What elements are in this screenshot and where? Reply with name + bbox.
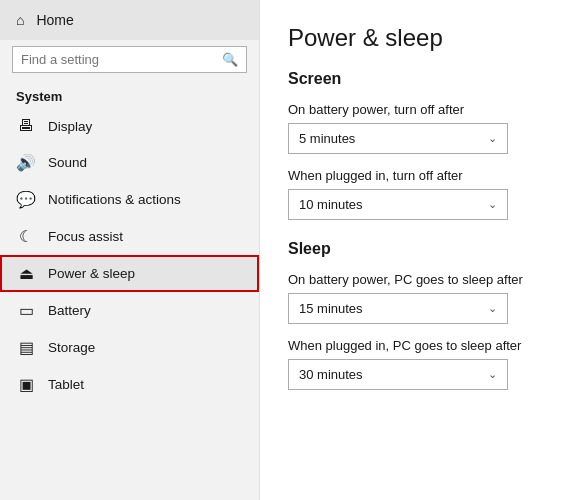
sidebar-item-power[interactable]: ⏏ Power & sleep bbox=[0, 255, 259, 292]
power-icon: ⏏ bbox=[16, 264, 36, 283]
sidebar-item-focus[interactable]: ☾ Focus assist bbox=[0, 218, 259, 255]
sidebar-item-label: Battery bbox=[48, 303, 91, 318]
search-input[interactable] bbox=[21, 52, 216, 67]
search-icon: 🔍 bbox=[222, 52, 238, 67]
screen-plugged-label: When plugged in, turn off after bbox=[288, 168, 542, 183]
sidebar-item-label: Tablet bbox=[48, 377, 84, 392]
screen-plugged-value: 10 minutes bbox=[299, 197, 363, 212]
sidebar-item-battery[interactable]: ▭ Battery bbox=[0, 292, 259, 329]
sidebar-item-label: Power & sleep bbox=[48, 266, 135, 281]
sidebar-item-notifications[interactable]: 💬 Notifications & actions bbox=[0, 181, 259, 218]
screen-battery-label: On battery power, turn off after bbox=[288, 102, 542, 117]
search-box: 🔍 bbox=[12, 46, 247, 73]
notifications-icon: 💬 bbox=[16, 190, 36, 209]
sidebar-item-label: Sound bbox=[48, 155, 87, 170]
main-content: Power & sleep Screen On battery power, t… bbox=[260, 0, 570, 500]
sidebar-home[interactable]: ⌂ Home bbox=[0, 0, 259, 40]
screen-plugged-dropdown[interactable]: 10 minutes ⌄ bbox=[288, 189, 508, 220]
screen-section-title: Screen bbox=[288, 70, 542, 88]
sidebar: ⌂ Home 🔍 System 🖶 Display 🔊 Sound 💬 Noti… bbox=[0, 0, 260, 500]
sleep-plugged-label: When plugged in, PC goes to sleep after bbox=[288, 338, 542, 353]
sidebar-item-label: Notifications & actions bbox=[48, 192, 181, 207]
sidebar-item-tablet[interactable]: ▣ Tablet bbox=[0, 366, 259, 403]
home-label: Home bbox=[36, 12, 73, 28]
sleep-battery-dropdown[interactable]: 15 minutes ⌄ bbox=[288, 293, 508, 324]
sleep-battery-value: 15 minutes bbox=[299, 301, 363, 316]
sidebar-item-label: Display bbox=[48, 119, 92, 134]
sidebar-item-storage[interactable]: ▤ Storage bbox=[0, 329, 259, 366]
sidebar-section-label: System bbox=[0, 83, 259, 108]
focus-icon: ☾ bbox=[16, 227, 36, 246]
sidebar-item-sound[interactable]: 🔊 Sound bbox=[0, 144, 259, 181]
screen-battery-dropdown[interactable]: 5 minutes ⌄ bbox=[288, 123, 508, 154]
sidebar-item-label: Storage bbox=[48, 340, 95, 355]
tablet-icon: ▣ bbox=[16, 375, 36, 394]
sleep-plugged-value: 30 minutes bbox=[299, 367, 363, 382]
chevron-down-icon: ⌄ bbox=[488, 302, 497, 315]
sidebar-item-label: Focus assist bbox=[48, 229, 123, 244]
home-icon: ⌂ bbox=[16, 12, 24, 28]
battery-icon: ▭ bbox=[16, 301, 36, 320]
page-title: Power & sleep bbox=[288, 24, 542, 52]
storage-icon: ▤ bbox=[16, 338, 36, 357]
sleep-plugged-dropdown[interactable]: 30 minutes ⌄ bbox=[288, 359, 508, 390]
sleep-section-title: Sleep bbox=[288, 240, 542, 258]
chevron-down-icon: ⌄ bbox=[488, 368, 497, 381]
sleep-section: Sleep On battery power, PC goes to sleep… bbox=[288, 240, 542, 390]
display-icon: 🖶 bbox=[16, 117, 36, 135]
sidebar-item-display[interactable]: 🖶 Display bbox=[0, 108, 259, 144]
chevron-down-icon: ⌄ bbox=[488, 198, 497, 211]
sound-icon: 🔊 bbox=[16, 153, 36, 172]
screen-battery-value: 5 minutes bbox=[299, 131, 355, 146]
chevron-down-icon: ⌄ bbox=[488, 132, 497, 145]
sleep-battery-label: On battery power, PC goes to sleep after bbox=[288, 272, 542, 287]
